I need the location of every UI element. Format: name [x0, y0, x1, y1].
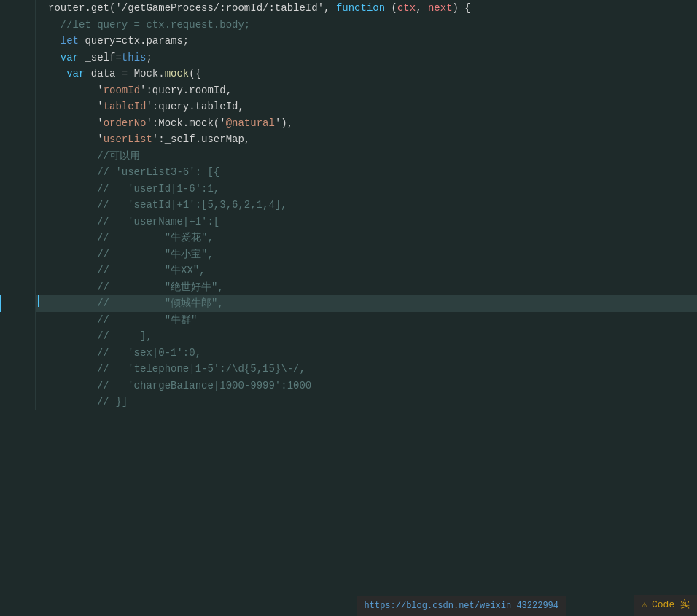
token: query=ctx.params;	[79, 35, 189, 47]
line-content: 'roomId':query.roomId,	[36, 82, 697, 99]
token: '	[48, 117, 104, 129]
line-content: // }]	[36, 394, 697, 410]
code-line: // "牛爱花",	[0, 230, 697, 246]
token: ctx	[397, 2, 416, 14]
line-gutter	[0, 17, 36, 34]
code-line: // 'telephone|1-5':/\d{5,15}\-/,	[0, 361, 697, 378]
line-content: // 'telephone|1-5':/\d{5,15}\-/,	[36, 361, 697, 378]
token: mock	[165, 68, 190, 79]
line-gutter	[0, 82, 36, 99]
line-gutter	[0, 197, 36, 214]
line-content: 'orderNo':Mock.mock('@natural'),	[36, 115, 697, 132]
token: orderNo	[104, 117, 147, 129]
token: tableId	[104, 101, 147, 112]
code-line: // "牛XX",	[0, 262, 697, 279]
code-line: // "牛群"	[0, 312, 697, 329]
code-line: // 'chargeBalance|1000-9999':1000	[0, 378, 697, 394]
line-gutter	[0, 345, 36, 362]
token: var	[66, 68, 85, 79]
code-line: 'orderNo':Mock.mock('@natural'),	[0, 115, 697, 132]
code-line: // 'seatId|+1':[5,3,6,2,1,4],	[0, 197, 697, 214]
token	[48, 68, 66, 79]
code-line: //let query = ctx.request.body;	[0, 17, 697, 34]
line-content: // "牛XX",	[36, 262, 697, 279]
code-line: let query=ctx.params;	[0, 33, 697, 50]
line-content: // 'seatId|+1':[5,3,6,2,1,4],	[36, 197, 697, 214]
status-text: Code 实	[652, 598, 690, 613]
code-line: // 'sex|0-1':0,	[0, 345, 697, 362]
token: '	[48, 85, 104, 96]
line-gutter	[0, 394, 36, 410]
warning-icon: ⚠	[642, 598, 647, 613]
line-gutter	[0, 66, 36, 82]
line-content: // "牛群"	[36, 312, 697, 329]
token: roomId	[104, 85, 140, 96]
token: ',	[318, 2, 336, 14]
line-gutter	[0, 164, 36, 181]
code-line: 'userList':_self.userMap,	[0, 131, 697, 148]
line-gutter	[0, 279, 36, 296]
token: //let query = ctx.request.body;	[48, 19, 250, 31]
token	[48, 35, 61, 47]
line-content: let query=ctx.params;	[36, 33, 697, 50]
code-line: // 'userName|+1':[	[0, 214, 697, 230]
code-line: router.get('/getGameProcess/:roomId/:tab…	[0, 0, 697, 17]
token: ;	[146, 52, 152, 63]
line-gutter	[0, 33, 36, 50]
line-gutter	[0, 181, 36, 198]
line-content: // 'sex|0-1':0,	[36, 345, 697, 362]
token: userList	[104, 133, 152, 145]
token: (	[385, 2, 397, 14]
code-line: var data = Mock.mock({	[0, 66, 697, 82]
line-gutter	[0, 214, 36, 230]
line-content: // "绝世好牛",	[36, 279, 697, 296]
line-content: router.get('/getGameProcess/:roomId/:tab…	[36, 0, 697, 17]
line-content: // 'userList3-6': [{	[36, 164, 697, 181]
token: // }]	[48, 396, 128, 408]
code-line: // 'userId|1-6':1,	[0, 181, 697, 198]
code-line: var _self=this;	[0, 50, 697, 66]
text-cursor	[38, 295, 39, 307]
line-content: // 'userName|+1':[	[36, 214, 697, 230]
line-content: // "倾城牛郎",	[36, 295, 697, 312]
line-content: //let query = ctx.request.body;	[36, 17, 697, 34]
token: //可以用	[48, 150, 140, 162]
code-line: // "绝世好牛",	[0, 279, 697, 296]
line-gutter	[0, 50, 36, 66]
line-gutter	[0, 312, 36, 329]
token: // "绝世好牛",	[48, 281, 224, 293]
code-editor: router.get('/getGameProcess/:roomId/:tab…	[0, 0, 697, 616]
token: ,	[416, 2, 428, 14]
token: '),	[275, 117, 293, 129]
token: // 'chargeBalance|1000-9999':1000	[48, 380, 311, 391]
url-bar: https://blog.csdn.net/weixin_43222994	[357, 596, 566, 616]
token: this	[122, 52, 147, 63]
token: /getGameProcess/:roomId/:tableId	[122, 2, 318, 14]
line-gutter	[0, 230, 36, 246]
token: data = Mock.	[85, 68, 164, 79]
line-content: // 'userId|1-6':1,	[36, 181, 697, 198]
token: ':query.roomId,	[140, 85, 232, 96]
line-content: var data = Mock.mock({	[36, 66, 697, 82]
status-bar: ⚠ Code 实	[634, 595, 697, 616]
line-content: // "牛爱花",	[36, 230, 697, 246]
token: // 'userList3-6': [{	[48, 166, 219, 178]
token: ':query.tableId,	[146, 101, 244, 112]
line-gutter	[0, 115, 36, 132]
token: '	[48, 133, 104, 145]
token: // 'userId|1-6':1,	[48, 183, 219, 195]
token: // "倾城牛郎",	[48, 297, 224, 309]
token: // 'seatId|+1':[5,3,6,2,1,4],	[48, 199, 287, 211]
token: var	[61, 52, 79, 63]
line-gutter	[0, 361, 36, 378]
token: next	[428, 2, 453, 14]
token: // ],	[48, 330, 152, 342]
token: // "牛爱花",	[48, 232, 214, 243]
code-line: 'tableId':query.tableId,	[0, 98, 697, 115]
code-line: // ],	[0, 328, 697, 345]
code-line: // "倾城牛郎",	[0, 295, 697, 312]
line-content: 'userList':_self.userMap,	[36, 131, 697, 148]
token: '	[48, 101, 104, 112]
code-lines: router.get('/getGameProcess/:roomId/:tab…	[0, 0, 697, 410]
token: // 'userName|+1':[	[48, 216, 219, 227]
